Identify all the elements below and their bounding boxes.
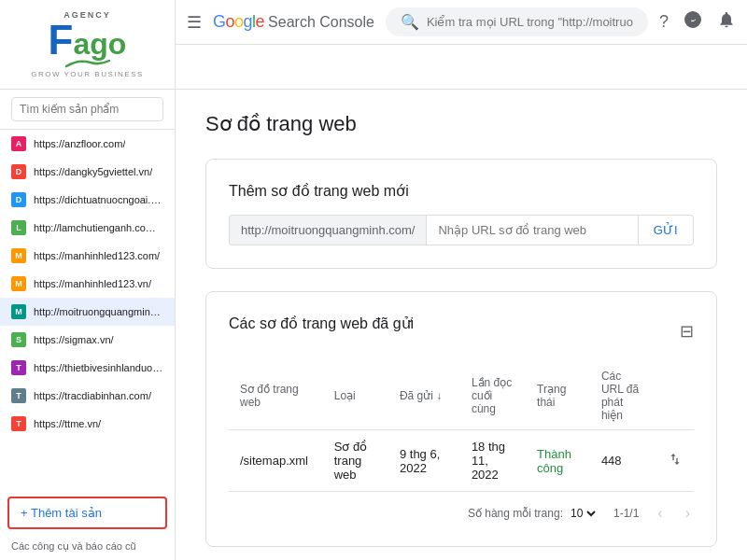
sidebar-item[interactable]: Thttps://tracdiabinhan.com/	[0, 382, 175, 410]
base-url-label: http://moitruongquangminh.com/	[229, 215, 426, 245]
table-cell: 448	[590, 430, 656, 492]
table-cell: /sitemap.xml	[229, 430, 323, 492]
site-url: https://sigmax.vn/	[34, 334, 114, 345]
add-asset-button[interactable]: + Thêm tài sản	[7, 497, 167, 529]
sidebar-site-list: Ahttps://anzfloor.com/Dhttps://dangky5gv…	[0, 130, 175, 493]
table-header-col: Loại	[323, 362, 388, 430]
sidebar-item[interactable]: Mhttp://moitruongquangminh.com/	[0, 298, 175, 326]
header-search-bar[interactable]: 🔍	[386, 7, 648, 36]
sidebar-item[interactable]: Mhttps://manhinhled123.vn/	[0, 270, 175, 298]
status-badge: Thành công	[537, 447, 571, 475]
sidebar-search-area[interactable]	[0, 90, 175, 130]
add-sitemap-card: Thêm sơ đồ trang web mới http://moitruon…	[205, 159, 717, 269]
header: ☰ Google Search Console 🔍 ?	[176, 0, 747, 45]
rows-per-page-select[interactable]: 10 25 50	[567, 506, 599, 521]
sidebar-item[interactable]: Thttps://thietbivesinhlanduong.com/	[0, 354, 175, 382]
fago-logo-area: AGENCY F ago GROW YOUR BUSINESS	[0, 0, 176, 90]
pagination-row: Số hàng mỗi trang: 10 25 50 1-1/1 ‹ ›	[229, 492, 694, 524]
page-title: Sơ đồ trang web	[205, 112, 717, 136]
filter-icon[interactable]: ⊟	[680, 321, 694, 342]
search-input[interactable]	[427, 15, 633, 29]
site-url: https://dangky5gviettel.vn/	[34, 166, 152, 177]
site-favicon: L	[11, 220, 26, 235]
fago-tagline: GROW YOUR BUSINESS	[31, 70, 144, 78]
site-url: https://ttme.vn/	[34, 418, 101, 429]
sitemaps-table: Sơ đồ trang webLoạiĐã gửi ↓Lần đọc cuối …	[229, 362, 694, 492]
rows-per-page-label: Số hàng mỗi trang:	[468, 507, 563, 520]
fago-swoosh	[64, 57, 111, 68]
site-favicon: D	[11, 192, 26, 207]
table-cell: 9 thg 6, 2022	[388, 430, 460, 492]
site-favicon: T	[11, 416, 26, 431]
site-favicon: M	[11, 248, 26, 263]
submitted-sitemaps-card: Các sơ đồ trang web đã gửi ⊟ Sơ đồ trang…	[205, 291, 717, 547]
site-url: https://anzfloor.com/	[34, 138, 125, 149]
site-url: https://thietbivesinhlanduong.com/	[34, 362, 163, 373]
fago-ago: ago	[74, 29, 127, 59]
prev-page-button[interactable]: ‹	[654, 503, 666, 524]
next-page-button[interactable]: ›	[682, 503, 694, 524]
google-wordmark: Google	[213, 12, 264, 32]
add-sitemap-row: http://moitruongquangminh.com/ GỬI	[229, 215, 694, 245]
site-favicon: A	[11, 136, 26, 151]
fago-f: F	[49, 20, 74, 61]
sidebar-item[interactable]: Thttps://ttme.vn/	[0, 410, 175, 438]
submit-sitemap-button[interactable]: GỬI	[639, 215, 694, 245]
product-name: Search Console	[268, 14, 374, 31]
table-cell: Sơ đồ trang web	[323, 430, 388, 492]
site-favicon: D	[11, 164, 26, 179]
site-url: https://manhinhled123.com/	[34, 250, 160, 261]
accounts-icon[interactable]	[684, 10, 702, 34]
table-header-col: Các URL đã phát hiện	[590, 362, 656, 430]
legacy-tools-link[interactable]: Các công cụ và báo cáo cũ	[0, 533, 175, 560]
table-cell: Thành công	[526, 430, 590, 492]
rows-per-page[interactable]: Số hàng mỗi trang: 10 25 50	[468, 506, 599, 521]
table-cell: 18 thg 11, 2022	[460, 430, 526, 492]
header-logo: Google Search Console	[213, 12, 374, 32]
page-info: 1-1/1	[613, 507, 639, 520]
site-url: http://lamchutienganh.com.vn/	[34, 222, 163, 233]
header-actions: ?	[659, 10, 736, 34]
site-url: https://tracdiabinhan.com/	[34, 390, 151, 401]
search-icon: 🔍	[401, 13, 419, 31]
table-header-col: Đã gửi ↓	[388, 362, 460, 430]
add-sitemap-title: Thêm sơ đồ trang web mới	[229, 182, 694, 200]
notification-icon[interactable]	[717, 10, 736, 34]
sidebar-item[interactable]: Ahttps://anzfloor.com/	[0, 130, 175, 158]
table-row-icon-button[interactable]	[656, 430, 694, 492]
submitted-sitemaps-header: Các sơ đồ trang web đã gửi ⊟	[229, 315, 694, 347]
table-header-col: Lần đọc cuối cùng	[460, 362, 526, 430]
sidebar-item[interactable]: Lhttp://lamchutienganh.com.vn/	[0, 214, 175, 242]
table-header-col: Sơ đồ trang web	[229, 362, 323, 430]
sidebar: Ahttps://anzfloor.com/Dhttps://dangky5gv…	[0, 90, 176, 560]
site-url: http://moitruongquangminh.com/	[34, 306, 163, 317]
sidebar-item[interactable]: Shttps://sigmax.vn/	[0, 326, 175, 354]
site-favicon: T	[11, 388, 26, 403]
main-content: Sơ đồ trang web Thêm sơ đồ trang web mới…	[176, 90, 747, 560]
sidebar-item[interactable]: Mhttps://manhinhled123.com/	[0, 242, 175, 270]
site-favicon: M	[11, 304, 26, 319]
sitemap-url-input[interactable]	[426, 215, 638, 245]
site-url: https://manhinhled123.vn/	[34, 278, 151, 289]
sidebar-item[interactable]: Dhttps://dangky5gviettel.vn/	[0, 158, 175, 186]
sidebar-item[interactable]: Dhttps://dichtuatnuocngoai.com/	[0, 186, 175, 214]
table-row: /sitemap.xmlSơ đồ trang web9 thg 6, 2022…	[229, 430, 694, 492]
help-icon[interactable]: ?	[659, 12, 669, 32]
submitted-sitemaps-title: Các sơ đồ trang web đã gửi	[229, 315, 414, 332]
table-header-col: Trạng thái	[526, 362, 590, 430]
sidebar-search-input[interactable]	[11, 97, 163, 121]
site-favicon: T	[11, 360, 26, 375]
site-url: https://dichtuatnuocngoai.com/	[34, 194, 163, 205]
hamburger-menu[interactable]: ☰	[187, 12, 202, 33]
site-favicon: S	[11, 332, 26, 347]
site-favicon: M	[11, 276, 26, 291]
